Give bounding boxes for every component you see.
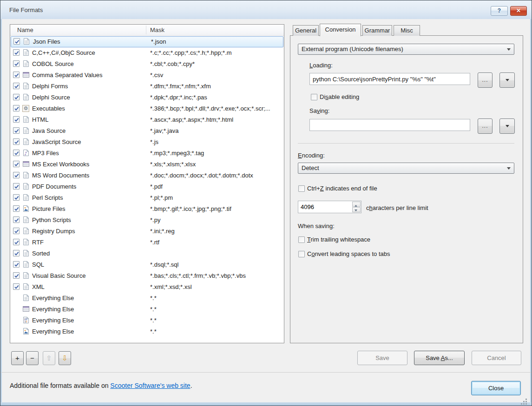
checkbox-box[interactable] <box>311 94 317 100</box>
doc-icon <box>22 261 30 268</box>
format-enabled-checkbox[interactable] <box>13 283 20 290</box>
column-header-name[interactable]: Name <box>17 26 33 33</box>
checkbox-box[interactable] <box>298 185 305 192</box>
spinner-down-button[interactable] <box>352 207 361 212</box>
format-row[interactable]: Everything Else *.* <box>10 293 284 304</box>
footer-text-before: Additional file formats available on <box>10 382 110 389</box>
format-row[interactable]: Delphi Source *.dpk;*.dpr;*.inc;*.pas <box>10 92 284 103</box>
down-arrow-icon: ⇩ <box>62 354 68 362</box>
format-enabled-checkbox[interactable] <box>13 261 20 268</box>
remove-format-button[interactable]: − <box>26 351 39 365</box>
save-button[interactable]: Save <box>357 351 407 365</box>
format-enabled-checkbox[interactable] <box>13 228 20 234</box>
tab-general[interactable]: General <box>293 25 319 36</box>
format-name: Everything Else <box>32 328 144 335</box>
format-row[interactable]: Python Scripts *.py <box>10 215 284 226</box>
loading-macro-dropdown-button[interactable] <box>499 72 515 88</box>
format-enabled-checkbox[interactable] <box>13 83 20 89</box>
loading-command-input[interactable] <box>309 73 470 85</box>
resize-grip[interactable] <box>525 399 527 400</box>
help-button[interactable]: ? <box>491 6 508 16</box>
format-row[interactable]: MS Excel Workbooks *.xls;*.xlsm;*.xlsx <box>10 159 284 170</box>
format-row[interactable]: Registry Dumps *.ini;*.reg <box>10 226 284 237</box>
format-row[interactable]: ⚙ Executables *.386;*.bcp;*.bpl;*.dll;*.… <box>10 103 284 114</box>
saving-browse-button[interactable]: ... <box>478 118 493 134</box>
loading-browse-button[interactable]: ... <box>478 72 493 88</box>
conversion-type-select[interactable]: External program (Unicode filenames) <box>298 44 514 55</box>
table-icon <box>22 305 30 313</box>
encoding-select[interactable]: Detect <box>298 163 514 174</box>
chevron-down-icon <box>507 167 511 171</box>
window-close-button[interactable]: ✕ <box>510 6 527 16</box>
format-enabled-checkbox[interactable] <box>13 105 20 111</box>
char-limit-input[interactable] <box>298 201 350 213</box>
cancel-button[interactable]: Cancel <box>472 351 521 365</box>
format-row[interactable]: JavaScript Source *.js <box>10 137 284 148</box>
format-row[interactable]: 0110 Everything Else *.* <box>10 315 284 326</box>
format-enabled-checkbox[interactable] <box>13 205 20 212</box>
format-row[interactable]: HTML *.ascx;*.asp;*.aspx;*.htm;*.html <box>10 114 284 125</box>
saving-command-input[interactable] <box>309 119 470 131</box>
format-enabled-checkbox[interactable] <box>13 194 20 201</box>
tab-grammar[interactable]: Grammar <box>362 25 392 36</box>
format-enabled-checkbox[interactable] <box>13 216 20 223</box>
format-enabled-checkbox[interactable] <box>13 60 20 67</box>
format-row[interactable]: Visual Basic Source *.bas;*.cls;*.ctl;*.… <box>10 270 284 282</box>
format-row[interactable]: XML *.xml;*.xsd;*.xsl <box>10 282 284 293</box>
format-enabled-checkbox[interactable] <box>13 183 20 190</box>
format-enabled-checkbox[interactable] <box>13 72 20 78</box>
titlebar[interactable]: File Formats <box>0 0 532 19</box>
format-name: Executables <box>32 105 144 112</box>
format-enabled-checkbox[interactable] <box>13 161 20 167</box>
format-row[interactable]: Everything Else *.* <box>10 304 284 315</box>
format-row[interactable]: Delphi Forms *.dfm;*.fmx;*.nfm;*.xfm <box>10 81 284 92</box>
format-enabled-checkbox[interactable] <box>13 38 20 45</box>
format-enabled-checkbox[interactable] <box>13 239 20 245</box>
format-name: Perl Scripts <box>32 194 144 201</box>
format-enabled-checkbox[interactable] <box>13 272 20 279</box>
format-row[interactable]: C,C++,C#,ObjC Source *.c;*.cc;*.cpp;*.cs… <box>10 47 284 59</box>
format-enabled-checkbox[interactable] <box>13 138 20 145</box>
scooter-website-link[interactable]: Scooter Software's web site <box>110 382 190 389</box>
format-row[interactable]: MS Word Documents *.doc;*.docm;*.docx;*.… <box>10 170 284 181</box>
format-name: Comma Separated Values <box>32 72 144 79</box>
up-arrow-icon <box>355 203 357 207</box>
saving-macro-dropdown-button[interactable] <box>499 118 515 134</box>
spinner-up-button[interactable] <box>352 202 361 207</box>
format-row[interactable]: Comma Separated Values *.csv <box>10 70 284 81</box>
close-button[interactable]: Close <box>471 381 521 395</box>
format-row[interactable]: Java Source *.jav;*.java <box>10 125 284 137</box>
format-row[interactable]: Everything Else *.* <box>10 326 284 337</box>
format-row[interactable]: Json Files *.json <box>11 36 283 47</box>
format-name: PDF Documents <box>32 183 144 190</box>
format-enabled-checkbox[interactable] <box>13 172 20 178</box>
format-row[interactable]: SQL *.dsql;*.sql <box>10 259 284 270</box>
tab-conversion[interactable]: Conversion <box>320 24 361 36</box>
format-row[interactable]: Picture Files *.bmp;*.gif;*.ico;*.jpg;*.… <box>10 203 284 215</box>
checkbox-box[interactable] <box>298 236 305 243</box>
checkbox-box[interactable] <box>298 251 305 257</box>
format-enabled-checkbox[interactable] <box>13 94 20 100</box>
tab-misc[interactable]: Misc <box>394 25 420 36</box>
format-name: RTF <box>32 239 144 246</box>
format-enabled-checkbox[interactable] <box>13 150 20 156</box>
format-enabled-checkbox[interactable] <box>13 49 20 56</box>
format-enabled-checkbox[interactable] <box>13 116 20 123</box>
format-row[interactable]: PDF Documents *.pdf <box>10 181 284 192</box>
format-row[interactable]: Perl Scripts *.pl;*.pm <box>10 192 284 203</box>
format-row[interactable]: Sorted <box>10 248 284 259</box>
doc-icon <box>22 283 30 290</box>
save-as-button[interactable]: Save As... <box>414 351 465 365</box>
format-row[interactable]: RTF *.rtf <box>10 237 284 248</box>
format-enabled-checkbox[interactable] <box>13 127 20 134</box>
column-separator[interactable] <box>146 26 146 34</box>
format-row[interactable]: ♪ MP3 Files *.mp3;*.mpeg3;*.tag <box>10 148 284 159</box>
format-enabled-checkbox[interactable] <box>13 250 20 256</box>
format-row[interactable]: COBOL Source *.cbl;*.cob;*.cpy* <box>10 59 284 70</box>
move-down-button[interactable]: ⇩ <box>59 351 71 365</box>
format-mask: *.pdf <box>150 183 282 190</box>
column-header-mask[interactable]: Mask <box>150 26 164 33</box>
format-name: Java Source <box>32 127 144 134</box>
add-format-button[interactable]: + <box>11 351 24 365</box>
move-up-button[interactable]: ⇧ <box>43 351 55 365</box>
